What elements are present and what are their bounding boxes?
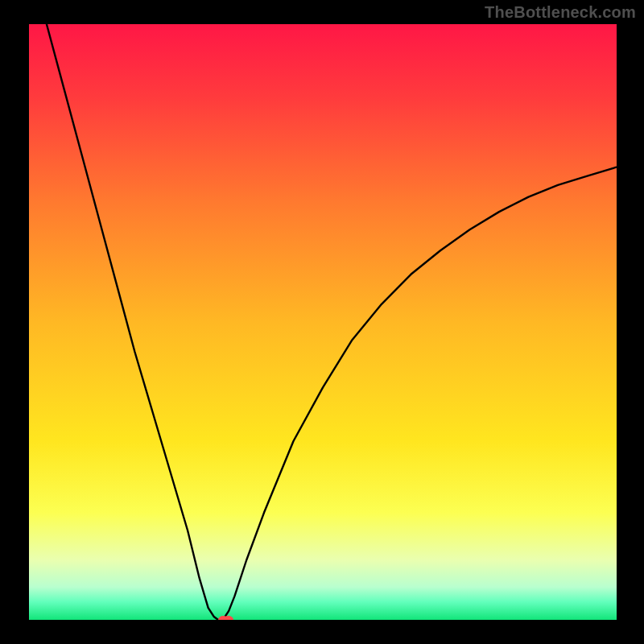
bottleneck-chart xyxy=(29,24,617,620)
watermark-text: TheBottleneck.com xyxy=(485,3,636,22)
chart-frame: TheBottleneck.com xyxy=(0,0,644,644)
plot-background xyxy=(29,24,617,620)
